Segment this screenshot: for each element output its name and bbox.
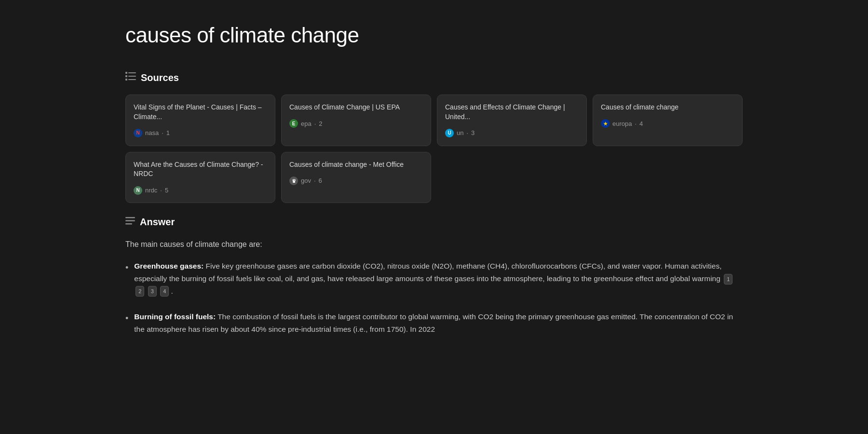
source-num-6: 6 xyxy=(319,176,322,186)
answer-text-2: Burning of fossil fuels: The combustion … xyxy=(134,311,743,335)
source-site-1: nasa xyxy=(145,128,159,138)
source-card-6[interactable]: Causes of climate change - Met Office ♛ … xyxy=(281,152,431,203)
source-card-3[interactable]: Causes and Effects of Climate Change | U… xyxy=(437,95,587,146)
source-site-4: europa xyxy=(612,119,632,129)
citation-4[interactable]: 4 xyxy=(160,286,169,297)
source-card-1[interactable]: Vital Signs of the Planet - Causes | Fac… xyxy=(125,95,275,146)
source-title-1: Vital Signs of the Planet - Causes | Fac… xyxy=(134,103,267,122)
source-title-4: Causes of climate change xyxy=(601,103,734,112)
source-site-6: gov xyxy=(301,176,311,186)
list-item-fossil-fuels: • Burning of fossil fuels: The combustio… xyxy=(125,311,743,335)
svg-rect-2 xyxy=(125,79,127,81)
answer-section: Answer The main causes of climate change… xyxy=(125,215,743,335)
source-num-5: 5 xyxy=(165,186,168,195)
term-2: Burning of fossil fuels: xyxy=(134,312,216,321)
answer-body-2: The combustion of fossil fuels is the la… xyxy=(134,312,733,333)
favicon-epa: E xyxy=(289,119,298,128)
answer-intro: The main causes of climate change are: xyxy=(125,239,743,250)
favicon-un: U xyxy=(445,129,454,137)
citation-1[interactable]: 1 xyxy=(724,274,732,285)
sources-heading: Sources xyxy=(141,70,179,85)
page-title: causes of climate change xyxy=(125,19,743,51)
source-card-2[interactable]: Causes of Climate Change | US EPA E epa … xyxy=(281,95,431,146)
source-card-4[interactable]: Causes of climate change ★ europa · 4 xyxy=(593,95,743,146)
source-site-3: un xyxy=(457,128,463,138)
source-site-2: epa xyxy=(301,119,312,129)
term-1: Greenhouse gases: xyxy=(134,262,203,270)
answer-heading: Answer xyxy=(140,215,175,229)
source-title-2: Causes of Climate Change | US EPA xyxy=(289,103,423,112)
source-num-3: 3 xyxy=(471,128,475,138)
svg-rect-6 xyxy=(125,217,135,218)
svg-rect-1 xyxy=(125,75,127,77)
svg-rect-3 xyxy=(128,72,136,73)
answer-list: • Greenhouse gases: Five key greenhouse … xyxy=(125,260,743,335)
source-num-4: 4 xyxy=(639,119,643,129)
source-card-5[interactable]: What Are the Causes of Climate Change? -… xyxy=(125,152,275,203)
bullet-2: • xyxy=(125,312,128,335)
citation-3[interactable]: 3 xyxy=(148,286,157,297)
answer-icon xyxy=(125,216,135,229)
favicon-nasa: N xyxy=(134,129,142,137)
source-title-3: Causes and Effects of Climate Change | U… xyxy=(445,103,579,122)
favicon-europa: ★ xyxy=(601,119,610,128)
source-title-6: Causes of climate change - Met Office xyxy=(289,160,423,170)
svg-rect-5 xyxy=(128,79,136,80)
answer-body-1: Five key greenhouse gases are carbon dio… xyxy=(134,262,721,283)
svg-rect-0 xyxy=(125,72,127,74)
source-title-5: What Are the Causes of Climate Change? -… xyxy=(134,160,267,179)
source-site-5: nrdc xyxy=(145,186,157,195)
source-num-1: 1 xyxy=(166,128,170,138)
citation-2[interactable]: 2 xyxy=(136,286,144,297)
svg-rect-4 xyxy=(128,76,136,77)
answer-text-1: Greenhouse gases: Five key greenhouse ga… xyxy=(134,260,743,297)
sources-icon xyxy=(125,71,136,84)
favicon-gov: ♛ xyxy=(289,176,298,185)
svg-rect-7 xyxy=(125,220,135,221)
source-num-2: 2 xyxy=(319,119,322,129)
svg-rect-8 xyxy=(125,223,132,225)
list-item-greenhouse: • Greenhouse gases: Five key greenhouse … xyxy=(125,260,743,297)
favicon-nrdc: N xyxy=(134,186,142,195)
bullet-1: • xyxy=(125,261,128,297)
